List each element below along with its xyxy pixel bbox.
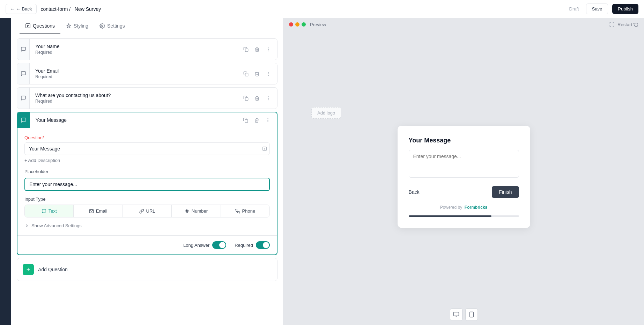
left-sidebar bbox=[0, 18, 11, 325]
qe-header: Your Message bbox=[17, 112, 277, 128]
save-button[interactable]: Save bbox=[586, 3, 608, 14]
more-icon-2 bbox=[266, 71, 271, 76]
advanced-settings-button[interactable]: Show Advanced Settings bbox=[24, 223, 82, 228]
mobile-icon bbox=[468, 311, 475, 318]
q2-delete-button[interactable] bbox=[252, 69, 262, 79]
email-type-icon bbox=[89, 209, 94, 214]
tab-settings[interactable]: Settings bbox=[94, 18, 131, 34]
question-card-3[interactable]: What are you contacting us about? Requir… bbox=[17, 87, 277, 109]
tab-styling[interactable]: Styling bbox=[60, 18, 94, 34]
qe-actions bbox=[236, 115, 277, 125]
q3-title: What are you contacting us about? bbox=[35, 93, 231, 98]
aq-more-icon bbox=[265, 118, 271, 123]
email-type-label: Email bbox=[96, 208, 108, 214]
q2-more-button[interactable] bbox=[263, 69, 273, 79]
q3-content: What are you contacting us about? Requir… bbox=[30, 88, 237, 109]
restart-button[interactable]: Restart bbox=[617, 22, 638, 27]
aq-delete-button[interactable] bbox=[252, 115, 261, 125]
svg-point-16 bbox=[268, 99, 268, 100]
preview-outer: Add logo Your Message Back Finish Powere… bbox=[290, 107, 637, 228]
preview-expand-button[interactable] bbox=[609, 22, 615, 27]
styling-icon bbox=[66, 23, 72, 29]
topnav: ← ← Back contact-form / New Survey Draft… bbox=[0, 0, 644, 18]
q3-actions bbox=[237, 88, 277, 109]
required-toggle[interactable] bbox=[256, 241, 270, 249]
preview-card: Your Message Back Finish Powered by Form… bbox=[398, 126, 530, 228]
q3-duplicate-button[interactable] bbox=[241, 93, 251, 103]
number-type-icon bbox=[185, 209, 190, 214]
required-toggle-group: Required bbox=[235, 241, 270, 249]
svg-point-18 bbox=[267, 118, 268, 119]
question-input[interactable] bbox=[24, 142, 270, 155]
q2-type-icon bbox=[21, 71, 26, 76]
q1-more-button[interactable] bbox=[263, 44, 273, 54]
aq-more-button[interactable] bbox=[263, 115, 273, 125]
q1-required: Required bbox=[35, 50, 231, 55]
duplicate-icon-3 bbox=[243, 96, 249, 101]
add-question-row[interactable]: + Add Question bbox=[17, 258, 277, 281]
desktop-view-button[interactable] bbox=[450, 308, 462, 321]
question-card-1[interactable]: Your Name Required bbox=[17, 38, 277, 60]
input-type-email[interactable]: Email bbox=[74, 205, 123, 217]
q1-duplicate-button[interactable] bbox=[241, 44, 251, 54]
q3-icon-strip bbox=[17, 88, 30, 109]
aq-duplicate-button[interactable] bbox=[240, 115, 250, 125]
svg-line-24 bbox=[186, 209, 186, 213]
questions-icon bbox=[25, 23, 31, 29]
add-logo-button[interactable]: Add logo bbox=[311, 107, 341, 119]
add-description-button[interactable]: + Add Description bbox=[24, 158, 60, 163]
powered-by: Powered by Formbricks bbox=[409, 205, 519, 210]
url-type-icon bbox=[139, 209, 144, 214]
preview-area: Add logo Your Message Back Finish Powere… bbox=[283, 31, 644, 304]
input-type-url[interactable]: URL bbox=[123, 205, 172, 217]
chevron-right-icon bbox=[24, 223, 29, 228]
tl-red bbox=[289, 22, 293, 27]
question-card-2[interactable]: Your Email Required bbox=[17, 63, 277, 84]
preview-back-button[interactable]: Back bbox=[409, 189, 420, 195]
aq-duplicate-icon bbox=[243, 118, 248, 123]
svg-point-12 bbox=[268, 75, 268, 75]
svg-rect-9 bbox=[245, 73, 248, 76]
q3-more-button[interactable] bbox=[263, 93, 273, 103]
long-answer-toggle[interactable] bbox=[212, 241, 226, 249]
input-type-phone[interactable]: Phone bbox=[221, 205, 269, 217]
draft-label: Draft bbox=[569, 6, 579, 12]
preview-textarea[interactable] bbox=[409, 150, 519, 178]
input-type-label: Input Type bbox=[24, 197, 270, 202]
delete-icon bbox=[254, 47, 260, 52]
svg-point-19 bbox=[267, 120, 268, 120]
q2-icon-strip bbox=[17, 63, 30, 84]
powered-by-brand: Formbricks bbox=[465, 205, 487, 210]
url-type-label: URL bbox=[146, 208, 155, 214]
progress-bar bbox=[409, 215, 519, 217]
mobile-view-button[interactable] bbox=[465, 308, 478, 321]
long-answer-label: Long Answer bbox=[183, 243, 209, 248]
q2-content: Your Email Required bbox=[30, 63, 237, 84]
question-format-button[interactable] bbox=[262, 146, 267, 151]
q1-delete-button[interactable] bbox=[252, 44, 262, 54]
tab-settings-label: Settings bbox=[107, 23, 125, 29]
svg-rect-26 bbox=[453, 312, 459, 316]
input-type-text[interactable]: Text bbox=[25, 205, 74, 217]
q3-delete-button[interactable] bbox=[252, 93, 262, 103]
placeholder-input[interactable] bbox=[24, 178, 270, 191]
advanced-settings-label: Show Advanced Settings bbox=[31, 223, 82, 228]
preview-finish-button[interactable]: Finish bbox=[492, 186, 519, 198]
preview-bottom-toolbar bbox=[283, 304, 644, 325]
duplicate-icon-2 bbox=[243, 71, 249, 76]
back-button[interactable]: ← ← Back bbox=[6, 4, 37, 14]
input-type-number[interactable]: Number bbox=[172, 205, 221, 217]
qe-footer: Long Answer Required bbox=[17, 235, 277, 254]
q3-required: Required bbox=[35, 99, 231, 104]
q2-duplicate-button[interactable] bbox=[241, 69, 251, 79]
q1-content: Your Name Required bbox=[30, 39, 237, 60]
publish-button[interactable]: Publish bbox=[612, 4, 638, 14]
tabs-bar: Questions Styling Settings bbox=[11, 18, 283, 34]
aq-delete-icon bbox=[254, 118, 259, 123]
svg-point-6 bbox=[268, 47, 268, 48]
restart-icon bbox=[634, 22, 638, 27]
tl-yellow bbox=[295, 22, 299, 27]
svg-line-25 bbox=[187, 209, 188, 213]
text-type-label: Text bbox=[49, 208, 57, 214]
tab-questions[interactable]: Questions bbox=[20, 18, 60, 34]
